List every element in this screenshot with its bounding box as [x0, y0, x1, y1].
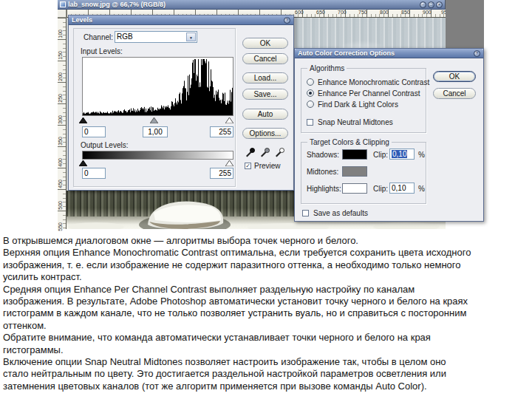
- algorithms-legend: Algorithms: [307, 64, 347, 72]
- options-button[interactable]: Options...: [242, 128, 288, 139]
- snap-neutral-midtones-label: Snap Neutral Midtones: [318, 118, 393, 126]
- vruler-label: 400: [58, 158, 63, 167]
- output-highlight-slider[interactable]: [225, 160, 233, 166]
- shadows-clip-field[interactable]: 0,10: [389, 149, 415, 160]
- preview-checkbox[interactable]: ✓: [245, 163, 251, 169]
- midtones-label: Midtones:: [307, 168, 338, 176]
- help-icon[interactable]: ?: [284, 17, 290, 24]
- output-gradient-bar: [82, 151, 233, 160]
- auto-color-title: Auto Color Correction Options: [298, 50, 474, 57]
- page: lab_snow.jpg @ 66,7% (RGB/8) – □ × 600 6…: [0, 0, 532, 399]
- caption-line: Включение опции Snap Neutral Midtones по…: [3, 356, 531, 368]
- caption-line: гистограмм в каждом канале, что не тольк…: [3, 307, 531, 319]
- help-icon[interactable]: ?: [474, 50, 480, 57]
- load-button[interactable]: Load...: [242, 72, 288, 83]
- radio-find-dark-light-label: Find Dark & Light Colors: [318, 100, 398, 109]
- caption-text: В открывшемся диалоговом окне — алгоритм…: [3, 235, 531, 392]
- vruler-label: 200: [58, 72, 63, 81]
- highlights-clip-unit: %: [418, 185, 425, 193]
- levels-titlebar[interactable]: Levels ?: [69, 16, 293, 25]
- vruler-label: 300: [58, 115, 63, 124]
- minimize-icon[interactable]: –: [420, 1, 426, 8]
- white-point-eyedropper-icon[interactable]: [274, 146, 286, 157]
- cancel-button[interactable]: Cancel: [433, 88, 476, 99]
- vruler-label: 100: [58, 30, 63, 38]
- highlights-swatch[interactable]: [342, 183, 367, 194]
- snap-neutral-midtones-checkbox[interactable]: [307, 119, 313, 126]
- input-shadow-field[interactable]: 0: [82, 126, 106, 137]
- midtones-swatch[interactable]: [342, 166, 367, 177]
- caption-line: изображения. В результате, Adobe Photosh…: [3, 296, 531, 307]
- levels-dialog: Levels ? Channel: RGB ▼ Input Levels: 0 …: [68, 15, 294, 191]
- caption-line: В открывшемся диалоговом окне — алгоритм…: [3, 235, 531, 247]
- channel-value: RGB: [117, 33, 133, 41]
- radio-enhance-monochromatic[interactable]: [307, 78, 314, 86]
- save-as-defaults-checkbox[interactable]: [302, 210, 309, 216]
- caption-line: Обратите внимание, что команда автоматич…: [3, 332, 531, 344]
- cancel-button[interactable]: Cancel: [242, 53, 288, 64]
- vruler-label: 550: [58, 222, 63, 231]
- output-levels-label: Output Levels:: [81, 141, 128, 149]
- input-midtone-slider[interactable]: [150, 117, 158, 123]
- black-point-eyedropper-icon[interactable]: [245, 146, 256, 157]
- close-icon[interactable]: ×: [436, 1, 443, 8]
- ok-button[interactable]: OK: [242, 38, 288, 49]
- vertical-ruler: 100 150 200 250 300 350 400 450 500 550: [58, 18, 66, 229]
- hruler-label: 850: [401, 10, 410, 15]
- caption-line: усилить контраст.: [3, 271, 531, 283]
- radio-enhance-per-channel-label: Enhance Per Channel Contrast: [318, 89, 420, 98]
- window-controls: – □ ×: [420, 1, 443, 8]
- hruler-label: 600: [295, 10, 304, 15]
- caption-line: Верхняя опция Enhance Monochromatic Cont…: [3, 247, 531, 259]
- shadows-label: Shadows:: [307, 151, 339, 159]
- hruler-label: 650: [316, 10, 325, 15]
- shadows-swatch[interactable]: [342, 149, 367, 160]
- output-shadow-field[interactable]: 0: [82, 168, 106, 179]
- input-midtone-field[interactable]: 1,00: [143, 126, 168, 137]
- caption-line: стало нейтральным по цвету. Это достигае…: [3, 368, 531, 380]
- workspace-background: [446, 0, 484, 48]
- input-shadow-slider[interactable]: [79, 117, 87, 123]
- hruler-label: 750: [358, 10, 367, 15]
- input-highlight-slider[interactable]: [225, 117, 233, 123]
- input-highlight-field[interactable]: 255: [210, 126, 233, 137]
- output-shadow-slider[interactable]: [79, 160, 87, 166]
- auto-color-dialog: Auto Color Correction Options ? Algorith…: [294, 48, 484, 222]
- channel-select[interactable]: RGB ▼: [115, 31, 197, 43]
- caption-line: гистограммы.: [3, 344, 531, 356]
- chevron-down-icon[interactable]: ▼: [186, 33, 196, 41]
- image-window-title: lab_snow.jpg @ 66,7% (RGB/8): [68, 1, 420, 8]
- maximize-icon[interactable]: □: [428, 1, 434, 8]
- vruler-label: 150: [58, 51, 63, 60]
- highlights-clip-field[interactable]: 0,10: [389, 183, 415, 194]
- auto-color-titlebar[interactable]: Auto Color Correction Options ?: [295, 49, 483, 58]
- hruler-label: 700: [338, 10, 347, 15]
- radio-enhance-monochromatic-label: Enhance Monochromatic Contrast: [318, 78, 429, 86]
- save-button[interactable]: Save...: [242, 89, 288, 100]
- output-highlight-field[interactable]: 255: [210, 168, 233, 179]
- caption-line: изображения, т. е. если изображение не с…: [3, 259, 531, 271]
- channel-label: Channel:: [83, 33, 113, 41]
- vruler-label: 500: [58, 201, 63, 210]
- auto-button[interactable]: Auto: [242, 109, 288, 120]
- histogram: [82, 57, 233, 116]
- hruler-label: 800: [380, 10, 389, 15]
- image-window-titlebar[interactable]: lab_snow.jpg @ 66,7% (RGB/8) – □ ×: [58, 0, 445, 10]
- preview-label: Preview: [254, 162, 281, 170]
- gray-point-eyedropper-icon[interactable]: [259, 146, 271, 157]
- file-icon: [60, 1, 66, 7]
- shadows-clip-label: Clip:: [373, 151, 388, 159]
- caption-line: затемнения цветовых каналов (тот же алго…: [3, 381, 531, 392]
- highlights-label: Highlights:: [307, 185, 341, 193]
- radio-find-dark-light[interactable]: [307, 100, 314, 108]
- vruler-label: 250: [58, 94, 63, 103]
- ok-button[interactable]: OK: [433, 71, 476, 82]
- radio-enhance-per-channel[interactable]: [307, 89, 314, 97]
- vruler-label: 450: [58, 180, 63, 188]
- input-levels-label: Input Levels:: [81, 47, 123, 55]
- shadows-clip-value: 0,10: [392, 150, 407, 158]
- ruler-corner: [58, 10, 66, 18]
- shadows-clip-unit: %: [418, 151, 425, 159]
- caption-line: Средняя опция Enhance Per Channel Contra…: [3, 284, 531, 296]
- hruler-label: 900: [423, 10, 432, 15]
